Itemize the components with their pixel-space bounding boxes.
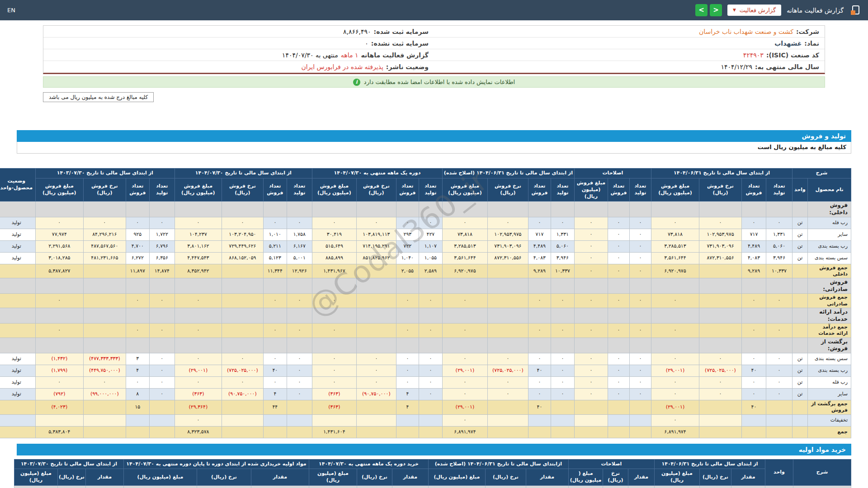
value-cell: ۱,۳۳۱ [766, 229, 793, 240]
value-cell: ۰ [175, 353, 222, 365]
value-cell: ۰ [528, 353, 551, 365]
unit-cell [765, 486, 793, 488]
value-cell: ۰ [126, 217, 149, 229]
value-cell: ۰ [149, 217, 175, 229]
unit-cell [793, 294, 808, 308]
value-cell: ۰ [487, 353, 528, 365]
value-cell [396, 338, 419, 353]
period-group-header: از ابتدای سال مالی تا تاریخ ۱۴۰۴/۰۶/۳۱ [651, 169, 792, 178]
value-cell: ۰ [608, 264, 629, 278]
value-cell: ۴۰ [742, 400, 766, 414]
value-cell: (۲۹,۰۰۱) [442, 365, 487, 376]
value-cell [396, 414, 419, 426]
value-cell: ۷۲۹,۴۴۹,۶۲۶ [222, 240, 263, 252]
amounts-unit-note: کلیه مبالغ درج شده به میلیون ریال می باش… [43, 92, 154, 102]
language-toggle[interactable]: EN [7, 7, 15, 14]
value-cell: ۰ [487, 388, 528, 400]
value-cell [83, 294, 126, 308]
value-cell: ۱۰,۳۳۷ [551, 264, 574, 278]
value-cell: ۵,۰۰۱ [287, 252, 312, 264]
value-cell: ۴۲۷ [419, 229, 442, 240]
row-label: جمع درآمد ارائه خدمات [808, 324, 851, 338]
value-cell [699, 426, 742, 438]
value-cell: ۰ [651, 294, 699, 308]
section-row: مواد اولیه داخل [14, 486, 851, 488]
value-cell [35, 414, 83, 426]
value-cell: ۳,۲۸۵,۵۱۳ [442, 240, 487, 252]
row-label: رب بسته بندی [808, 240, 851, 252]
value-cell [287, 338, 312, 353]
value-cell: ۵,۳۸۷,۸۲۷ [35, 264, 83, 278]
value-cell [487, 202, 528, 217]
value-cell [766, 202, 793, 217]
value-cell [485, 486, 526, 488]
report-type-button[interactable]: گزارش فعالیت ▼ [727, 5, 781, 16]
value-cell: ۰ [312, 376, 356, 388]
value-cell: ۸ [126, 388, 149, 400]
unit-cell: تن [793, 217, 808, 229]
value-cell [766, 278, 793, 294]
info-value: ۱۴۰۴/۱۲/۲۹ [721, 63, 752, 70]
measure-header: نرخ (ریال) [700, 469, 731, 486]
value-cell: (۴۷۷,۳۳۳,۳۳۳) [83, 353, 126, 365]
value-cell [222, 294, 263, 308]
value-cell: ۸۸۵,۸۹۹ [312, 252, 356, 264]
value-cell: ۰ [528, 376, 551, 388]
value-cell: ۰ [222, 376, 263, 388]
status-cell: تولید [0, 388, 35, 400]
measure-header: تعداد فروش [126, 178, 149, 202]
info-value[interactable]: کشت و صنعت شهداب ناب خراسان [699, 28, 793, 35]
unit-cell [793, 264, 808, 278]
section-production-sales: تولید و فروش [17, 130, 851, 142]
status-cell: تولید [0, 252, 35, 264]
unit-cell [793, 324, 808, 338]
value-cell [312, 338, 356, 353]
value-cell [356, 400, 396, 414]
value-cell: ۰ [574, 229, 608, 240]
value-cell [700, 486, 731, 488]
value-cell: ۰ [419, 365, 442, 376]
value-cell: ۰ [651, 217, 699, 229]
value-cell [742, 202, 766, 217]
value-cell: ۰ [574, 217, 608, 229]
value-cell [419, 414, 442, 426]
measure-header: مبلغ (میلیون ریال) [654, 469, 699, 486]
value-cell: ۰ [442, 217, 487, 229]
company-info-panel: شرکت:کشت و صنعت شهداب ناب خراسانسرمایه ث… [43, 25, 825, 74]
nav-back-button[interactable]: < [695, 4, 708, 16]
report-type-label: گزارش فعالیت [740, 7, 776, 14]
value-cell [222, 308, 263, 323]
measure-header: تعداد تولید [766, 178, 793, 202]
value-cell: ۰ [396, 376, 419, 388]
value-cell: ۰ [175, 294, 222, 308]
value-cell: ۱۰,۳۳۷ [766, 264, 793, 278]
value-cell: (۴,۰۲۳) [35, 400, 83, 414]
value-cell [629, 414, 651, 426]
row-label: جمع [808, 426, 851, 438]
value-cell: ۰ [608, 217, 629, 229]
value-cell: ۰ [35, 324, 83, 338]
value-cell: (۳۶۳) [175, 388, 222, 400]
value-cell [487, 294, 528, 308]
value-cell [699, 294, 742, 308]
value-cell: ۰ [175, 217, 222, 229]
sharh-header: شرح [793, 169, 851, 178]
value-cell: ۹۲۵ [126, 229, 149, 240]
value-cell: ۰ [442, 294, 487, 308]
value-cell: ۴,۰۸۳ [528, 252, 551, 264]
info-value[interactable]: غشهداب [774, 40, 802, 47]
value-cell [487, 400, 528, 414]
value-cell: ۰ [149, 365, 175, 376]
value-cell: ۵,۳۸۳,۸۰۴ [35, 426, 83, 438]
value-cell: ۷۳,۸۱۸ [442, 229, 487, 240]
info-field-right: شرکت:کشت و صنعت شهداب ناب خراسان [434, 26, 825, 38]
value-cell [149, 426, 175, 438]
nav-forward-button[interactable]: > [710, 4, 722, 16]
unit-cell: تن [793, 240, 808, 252]
value-cell [83, 324, 126, 338]
info-label: نماد: [804, 40, 819, 47]
value-cell: ۰ [551, 365, 574, 376]
value-cell: ۰ [356, 376, 396, 388]
value-cell: ۰ [126, 324, 149, 338]
section-row: فروش صادراتی: [0, 278, 851, 294]
